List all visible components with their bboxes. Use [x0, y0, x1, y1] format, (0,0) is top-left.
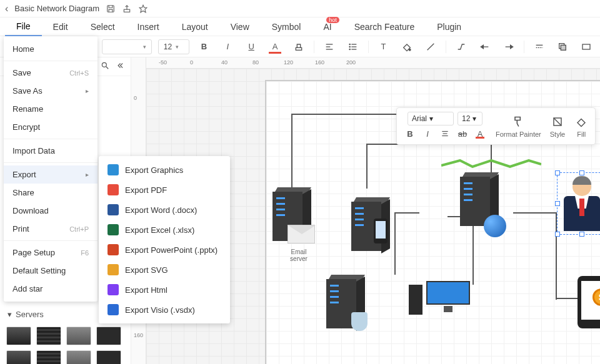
excel-file-icon [108, 224, 119, 235]
star-icon[interactable] [138, 4, 148, 14]
connector[interactable] [394, 212, 419, 214]
ctx-align-button[interactable] [438, 127, 452, 140]
export-svg[interactable]: Export SVG [99, 260, 230, 280]
shape-thumb[interactable] [96, 327, 121, 345]
image-file-icon [108, 164, 119, 175]
file-menu-download[interactable]: Download [4, 202, 98, 220]
export-word[interactable]: Export Word (.docx) [99, 200, 230, 220]
collapse-panel-icon[interactable] [116, 61, 124, 72]
underline-button[interactable]: U [242, 38, 260, 56]
svg-rect-22 [561, 45, 566, 50]
arrow-end-button[interactable] [500, 38, 518, 56]
file-menu-save-as[interactable]: Save As▸ [4, 82, 98, 100]
shape-thumb[interactable] [6, 327, 31, 345]
align-button[interactable] [321, 38, 338, 56]
menu-search-feature[interactable]: Search Feature [343, 18, 426, 36]
file-menu-encrypt[interactable]: Encrypt [4, 118, 98, 136]
pdf-file-icon [108, 184, 119, 195]
connector[interactable] [472, 216, 474, 285]
file-menu-export[interactable]: Export▸ [4, 165, 98, 184]
style-icon[interactable] [550, 114, 565, 129]
connector[interactable] [394, 212, 396, 275]
connector-button[interactable] [452, 38, 470, 56]
export-excel[interactable]: Export Excel (.xlsx) [99, 220, 230, 240]
svg-rect-23 [582, 44, 590, 49]
export-powerpoint[interactable]: Export PowerPoint (.pptx) [99, 240, 230, 260]
menu-file[interactable]: File [5, 17, 42, 36]
export-graphics[interactable]: Export Graphics [99, 160, 230, 180]
layers-button[interactable] [578, 38, 595, 56]
share-icon[interactable] [122, 4, 132, 14]
italic-button[interactable]: I [219, 38, 236, 56]
separator [314, 41, 314, 53]
ctx-font-family-dropdown[interactable]: Arial▾ [408, 112, 454, 125]
menu-plugin[interactable]: Plugin [426, 18, 472, 36]
envelope-icon[interactable] [288, 225, 315, 243]
file-menu-home[interactable]: Home [4, 40, 98, 58]
export-visio[interactable]: Export Visio (.vsdx) [99, 300, 230, 320]
search-icon[interactable] [101, 61, 109, 72]
line-button[interactable] [422, 38, 439, 56]
file-menu-import-data[interactable]: Import Data [4, 142, 98, 160]
connector[interactable] [291, 114, 292, 189]
globe-icon[interactable] [484, 215, 506, 237]
text-button[interactable]: T [375, 38, 392, 56]
chevron-down-icon: ▾ [8, 310, 12, 319]
file-menu-print[interactable]: PrintCtrl+P [4, 220, 98, 238]
fill-button[interactable] [398, 38, 416, 56]
disk-icon[interactable] [351, 312, 368, 331]
ctx-font-color-button[interactable]: A [473, 127, 487, 140]
shape-thumb[interactable] [66, 350, 91, 364]
fill-icon[interactable] [574, 114, 589, 129]
shape-thumb[interactable] [96, 350, 121, 364]
highlight-button[interactable] [290, 38, 308, 56]
file-menu-default-setting[interactable]: Default Setting [4, 262, 98, 280]
phone-icon[interactable] [374, 219, 388, 243]
desktop-tower-icon[interactable] [409, 285, 422, 315]
wireless-link-icon[interactable] [441, 159, 541, 168]
menu-view[interactable]: View [219, 18, 261, 36]
file-menu-save[interactable]: SaveCtrl+S [4, 64, 98, 82]
ctx-strike-button[interactable]: ab [456, 127, 469, 140]
ctx-italic-button[interactable]: I [421, 127, 434, 140]
monitor-icon[interactable] [426, 281, 470, 312]
font-size-dropdown[interactable]: 12▾ [158, 39, 189, 54]
context-format-toolbar[interactable]: Arial▾ 12▾ B I ab A Format Painter [396, 107, 596, 145]
line-style-button[interactable] [531, 38, 548, 56]
font-family-dropdown[interactable]: ▾ [102, 39, 152, 54]
menu-select[interactable]: Select [79, 18, 126, 36]
businessman-shape[interactable] [560, 175, 600, 231]
file-menu-page-setup[interactable]: Page SetupF6 [4, 243, 98, 262]
svg-line-25 [106, 67, 109, 69]
export-submenu[interactable]: Export Graphics Export PDF Export Word (… [99, 156, 230, 323]
menu-symbol[interactable]: Symbol [261, 18, 312, 36]
shape-thumb[interactable] [36, 350, 61, 364]
export-pdf[interactable]: Export PDF [99, 180, 230, 200]
export-html[interactable]: Export Html [99, 280, 230, 300]
menu-ai[interactable]: AIhot [312, 18, 342, 36]
save-icon[interactable] [106, 4, 116, 14]
file-menu-share2[interactable]: Share [4, 184, 98, 202]
shape-thumb[interactable] [36, 327, 61, 345]
format-painter-icon[interactable] [509, 114, 527, 129]
arrow-start-button[interactable] [476, 38, 494, 56]
file-menu-dropdown[interactable]: Home SaveCtrl+S Save As▸ Rename Encrypt … [4, 36, 98, 302]
connector[interactable] [366, 144, 368, 189]
menu-layout[interactable]: Layout [171, 18, 219, 36]
ctx-bold-button[interactable]: B [403, 127, 417, 140]
svg-point-10 [349, 44, 350, 44]
menu-edit[interactable]: Edit [42, 18, 79, 36]
ctx-style-label: Style [550, 130, 565, 138]
font-color-button[interactable]: A [266, 38, 284, 56]
shape-thumb[interactable] [6, 350, 31, 364]
ctx-font-size-dropdown[interactable]: 12▾ [458, 112, 482, 125]
menu-insert[interactable]: Insert [126, 18, 171, 36]
list-button[interactable] [344, 38, 362, 56]
file-menu-rename[interactable]: Rename [4, 100, 98, 118]
connector[interactable] [513, 212, 557, 214]
bold-button[interactable]: B [196, 38, 213, 56]
shadow-button[interactable] [554, 38, 571, 56]
shape-thumb[interactable] [66, 327, 91, 345]
back-icon[interactable]: ‹ [5, 3, 8, 14]
file-menu-add-star[interactable]: Add star [4, 280, 98, 298]
